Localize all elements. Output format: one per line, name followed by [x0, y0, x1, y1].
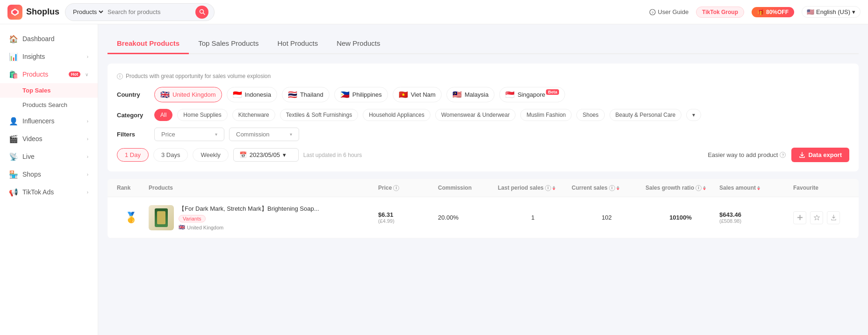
data-export-button[interactable]: Data export: [791, 148, 849, 162]
time-btn-weekly[interactable]: Weekly: [193, 148, 228, 162]
search-input[interactable]: [108, 8, 193, 15]
variants-badge[interactable]: Variants: [179, 215, 206, 222]
cat-btn-muslim[interactable]: Muslim Fashion: [520, 109, 572, 121]
price-filter-dropdown[interactable]: Price ▾: [154, 128, 224, 141]
sidebar-item-dashboard[interactable]: 🏠 Dashboard: [0, 30, 98, 48]
last-sales-info-icon[interactable]: i: [545, 185, 551, 191]
sort-icon[interactable]: [552, 186, 555, 190]
country-btn-th[interactable]: 🇹🇭 Thailand: [282, 87, 330, 102]
price-sub: (£4.99): [378, 218, 434, 224]
sidebar-subitem-products-search[interactable]: Products Search: [0, 98, 98, 112]
shops-icon: 🏪: [9, 170, 18, 178]
th-sales-growth[interactable]: Sales growth ratio i: [646, 185, 716, 191]
sidebar: 🏠 Dashboard 📊 Insights › 🛍️ Products Hot…: [0, 24, 98, 335]
sort-icon[interactable]: [757, 186, 760, 190]
logo[interactable]: Shoplus: [7, 5, 59, 20]
th-sales-amount[interactable]: Sales amount: [719, 185, 789, 191]
tab-hot-products[interactable]: Hot Products: [268, 34, 327, 54]
time-btn-3days[interactable]: 3 Days: [153, 148, 188, 162]
current-sales-info-icon[interactable]: i: [609, 185, 615, 191]
sidebar-item-products[interactable]: 🛍️ Products Hot ∨: [0, 65, 98, 83]
search-category-dropdown[interactable]: Products: [71, 8, 105, 16]
download-icon: [831, 214, 837, 221]
sidebar-item-insights[interactable]: 📊 Insights ›: [0, 48, 98, 65]
sidebar-subitem-top-sales[interactable]: Top Sales: [0, 83, 98, 98]
sidebar-item-videos[interactable]: 🎬 Videos ›: [0, 130, 98, 148]
chevron-down-icon: ▾: [290, 132, 292, 137]
th-last-period-sales[interactable]: Last period sales i: [498, 185, 568, 191]
sidebar-item-live[interactable]: 📡 Live ›: [0, 148, 98, 165]
calendar-icon: 📅: [239, 151, 247, 158]
last-updated-text: Last updated in 6 hours: [303, 152, 362, 158]
cat-expand-btn[interactable]: ▾: [686, 109, 701, 121]
sidebar-item-tiktokads[interactable]: 📢 TikTok Ads ›: [0, 183, 98, 201]
product-cell: 【For Dark Mark, Stretch Mark】Brightening…: [149, 205, 374, 230]
last-period-sales-cell: 1: [498, 214, 568, 221]
th-flag-icon: 🇹🇭: [288, 90, 297, 99]
cat-btn-home[interactable]: Home Supplies: [177, 109, 227, 121]
time-btn-1day[interactable]: 1 Day: [117, 148, 149, 162]
logo-icon: [7, 5, 22, 20]
language-selector[interactable]: 🇺🇸 English (US) ▾: [802, 6, 861, 18]
chevron-icon: ›: [87, 154, 88, 159]
sidebar-item-influencers[interactable]: 👤 Influencers ›: [0, 112, 98, 130]
sort-icon[interactable]: [617, 186, 619, 190]
cat-btn-kitchen[interactable]: Kitchenware: [232, 109, 275, 121]
my-flag-icon: 🇲🇾: [452, 90, 462, 99]
help-icon: ?: [780, 152, 786, 158]
commission-filter-dropdown[interactable]: Commission ▾: [229, 128, 299, 141]
cat-btn-shoes[interactable]: Shoes: [576, 109, 604, 121]
category-filter-row: Category All Home Supplies Kitchenware T…: [117, 109, 849, 121]
chevron-icon: ›: [87, 172, 88, 177]
download-icon: [799, 152, 805, 158]
favourite-cell: [793, 211, 849, 224]
videos-icon: 🎬: [9, 135, 18, 143]
tab-new-products[interactable]: New Products: [327, 34, 389, 54]
help-icon: ?: [649, 9, 656, 15]
cat-btn-all[interactable]: All: [154, 109, 172, 121]
discount-badge[interactable]: 🎁 80%OFF: [752, 7, 794, 17]
cat-btn-beauty[interactable]: Beauty & Personal Care: [610, 109, 682, 121]
th-products: Products: [149, 185, 374, 191]
product-info: 【For Dark Mark, Stretch Mark】Brightening…: [179, 205, 374, 230]
cat-btn-womenswear[interactable]: Womenswear & Underwear: [435, 109, 516, 121]
growth-info-icon[interactable]: i: [696, 185, 702, 191]
product-name: 【For Dark Mark, Stretch Mark】Brightening…: [179, 205, 374, 213]
tab-top-sales-products[interactable]: Top Sales Products: [189, 34, 268, 54]
price-info-icon[interactable]: i: [393, 185, 399, 191]
cat-btn-textiles[interactable]: Textiles & Soft Furnishings: [280, 109, 358, 121]
products-submenu: Top Sales Products Search: [0, 83, 98, 112]
fav-star-button[interactable]: [810, 211, 823, 224]
date-picker[interactable]: 📅 2023/05/05 ▾: [233, 148, 299, 162]
main-content: Breakout Products Top Sales Products Hot…: [98, 24, 868, 335]
influencers-icon: 👤: [9, 117, 18, 125]
insights-icon: 📊: [9, 52, 18, 61]
tab-breakout-products[interactable]: Breakout Products: [108, 34, 189, 54]
star-icon: [814, 214, 820, 221]
country-btn-ph[interactable]: 🇵🇭 Philippines: [334, 87, 388, 102]
sidebar-item-shops[interactable]: 🏪 Shops ›: [0, 165, 98, 183]
rank-medal: 🥇: [117, 212, 145, 224]
fav-download-button[interactable]: [827, 211, 840, 224]
svg-line-3: [203, 13, 205, 15]
country-flag-icon: 🇬🇧: [179, 224, 185, 230]
fav-add-button[interactable]: [793, 211, 806, 224]
cat-btn-appliances[interactable]: Household Appliances: [363, 109, 430, 121]
country-btn-my[interactable]: 🇲🇾 Malaysia: [446, 87, 495, 102]
search-button[interactable]: [195, 6, 208, 19]
tiktok-group-button[interactable]: TikTok Group: [696, 7, 744, 18]
country-btn-uk[interactable]: 🇬🇧 United Kingdom: [154, 87, 222, 102]
sort-icon[interactable]: [703, 186, 706, 190]
user-guide[interactable]: ? User Guide: [649, 8, 689, 15]
country-filter-row: Country 🇬🇧 United Kingdom 🇮🇩 Indonesia 🇹…: [117, 87, 849, 102]
th-current-sales[interactable]: Current sales i: [572, 185, 642, 191]
top-nav: Shoplus Products ? User Guide TikTok Gro…: [0, 0, 868, 24]
country-btn-vn[interactable]: 🇻🇳 Viet Nam: [393, 87, 442, 102]
sg-flag-icon: 🇸🇬: [505, 90, 515, 99]
easier-way-button[interactable]: Easier way to add product ?: [708, 151, 786, 158]
info-row: i Products with great opportunity for sa…: [117, 73, 849, 79]
country-btn-id[interactable]: 🇮🇩 Indonesia: [227, 87, 277, 102]
country-btn-sg[interactable]: 🇸🇬 Singapore Beta: [499, 87, 565, 102]
th-rank: Rank: [117, 185, 145, 191]
growth-ratio-cell: 10100%: [646, 214, 716, 221]
